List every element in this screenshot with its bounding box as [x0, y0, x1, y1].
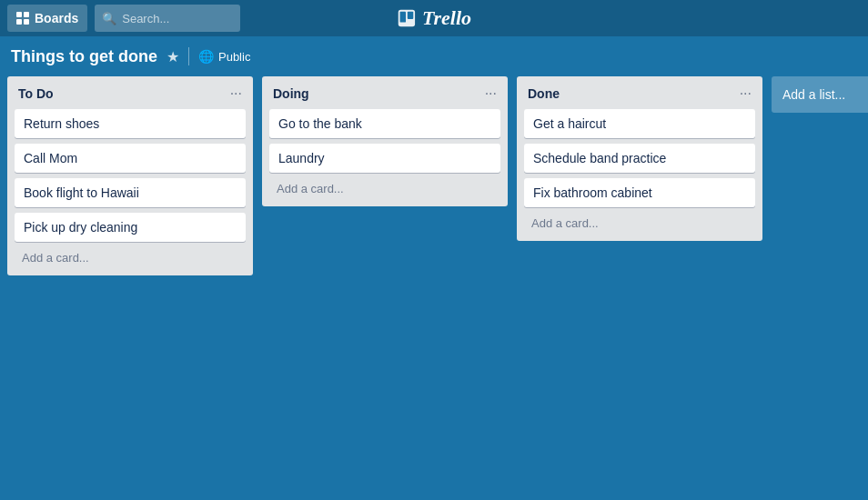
globe-icon: 🌐 — [198, 49, 214, 64]
card-c6[interactable]: Laundry — [269, 144, 500, 173]
boards-icon — [16, 12, 29, 25]
add-list-button[interactable]: Add a list... — [772, 76, 868, 113]
card-c2[interactable]: Call Mom — [15, 144, 246, 173]
list-title-todo: To Do — [18, 86, 54, 101]
card-c9[interactable]: Fix bathroom cabinet — [524, 178, 755, 207]
search-bar[interactable]: 🔍 — [95, 5, 240, 32]
list-title-doing: Doing — [273, 86, 309, 101]
board-header: Things to get done ★ 🌐 Public — [0, 36, 868, 76]
list-menu-button-done[interactable]: ··· — [740, 85, 752, 102]
board-title: Things to get done — [11, 47, 157, 66]
add-card-button-done[interactable]: Add a card... — [524, 213, 755, 234]
card-c1[interactable]: Return shoes — [15, 109, 246, 138]
list-header-done: Done··· — [524, 84, 755, 104]
lists-container: To Do···Return shoesCall MomBook flight … — [0, 76, 868, 275]
card-c8[interactable]: Schedule band practice — [524, 144, 755, 173]
svg-rect-2 — [408, 12, 413, 19]
trello-logo-icon — [397, 8, 417, 28]
header-divider — [188, 47, 189, 65]
boards-label: Boards — [35, 11, 78, 25]
list-menu-button-doing[interactable]: ··· — [485, 85, 497, 102]
list-header-todo: To Do··· — [15, 84, 246, 104]
star-icon[interactable]: ★ — [167, 48, 179, 65]
search-input[interactable] — [122, 12, 231, 25]
add-card-button-todo[interactable]: Add a card... — [15, 247, 246, 268]
add-card-button-doing[interactable]: Add a card... — [269, 178, 500, 199]
visibility-button[interactable]: 🌐 Public — [198, 49, 250, 64]
app-title: Trello — [422, 6, 471, 30]
list-doing: Doing···Go to the bankLaundryAdd a card.… — [262, 76, 508, 206]
visibility-label: Public — [218, 50, 250, 64]
list-title-done: Done — [528, 86, 560, 101]
list-done: Done···Get a haircutSchedule band practi… — [517, 76, 762, 241]
card-c7[interactable]: Get a haircut — [524, 109, 755, 138]
boards-button[interactable]: Boards — [7, 5, 87, 32]
svg-rect-1 — [400, 12, 406, 23]
list-header-doing: Doing··· — [269, 84, 500, 104]
list-menu-button-todo[interactable]: ··· — [230, 85, 242, 102]
list-todo: To Do···Return shoesCall MomBook flight … — [7, 76, 253, 275]
top-navigation: Boards 🔍 Trello — [0, 0, 868, 36]
card-c5[interactable]: Go to the bank — [269, 109, 500, 138]
search-icon: 🔍 — [102, 12, 116, 25]
trello-logo: Trello — [397, 6, 471, 30]
card-c4[interactable]: Pick up dry cleaning — [15, 213, 246, 242]
card-c3[interactable]: Book flight to Hawaii — [15, 178, 246, 207]
